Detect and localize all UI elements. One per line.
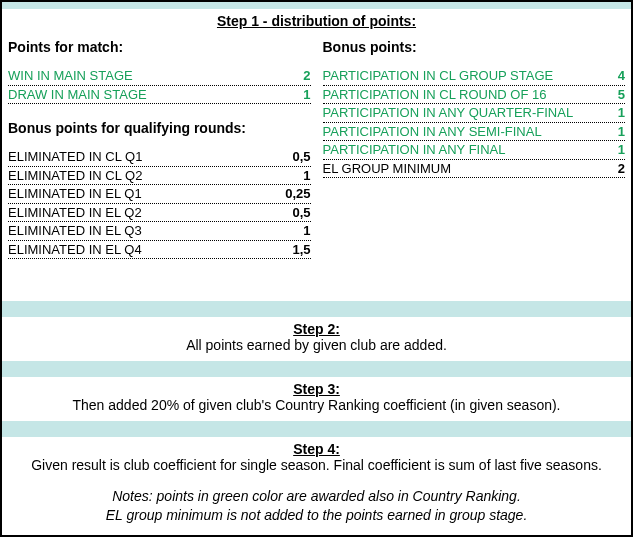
- match-row-value: 2: [277, 67, 311, 85]
- left-column: Points for match: WIN IN MAIN STAGE 2 DR…: [2, 37, 317, 259]
- bonus-row-label: EL GROUP MINIMUM: [323, 160, 592, 178]
- qual-row-label: ELIMINATED IN EL Q3: [8, 222, 277, 240]
- bonus-row-value: 2: [591, 160, 625, 178]
- bonus-row: PARTICIPATION IN ANY SEMI-FINAL 1: [323, 123, 626, 142]
- separator: [2, 361, 631, 377]
- bonus-points-head: Bonus points:: [323, 37, 626, 61]
- bonus-row-value: 4: [591, 67, 625, 85]
- qual-row-label: ELIMINATED IN EL Q2: [8, 204, 277, 222]
- bonus-row: PARTICIPATION IN ANY FINAL 1: [323, 141, 626, 160]
- top-band: [2, 2, 631, 9]
- qual-row: ELIMINATED IN EL Q1 0,25: [8, 185, 311, 204]
- qual-row: ELIMINATED IN EL Q4 1,5: [8, 241, 311, 260]
- note-line-1: Notes: points in green color are awarded…: [8, 487, 625, 506]
- right-column: Bonus points: PARTICIPATION IN CL GROUP …: [317, 37, 632, 259]
- bonus-row-label: PARTICIPATION IN ANY QUARTER-FINAL: [323, 104, 592, 122]
- bonus-row-value: 1: [591, 123, 625, 141]
- bonus-row-label: PARTICIPATION IN ANY SEMI-FINAL: [323, 123, 592, 141]
- match-row: DRAW IN MAIN STAGE 1: [8, 86, 311, 105]
- qual-row: ELIMINATED IN EL Q3 1: [8, 222, 311, 241]
- step2-text: All points earned by given club are adde…: [8, 337, 625, 353]
- qual-row-value: 0,25: [277, 185, 311, 203]
- qual-row-label: ELIMINATED IN CL Q2: [8, 167, 277, 185]
- bonus-row-label: PARTICIPATION IN ANY FINAL: [323, 141, 592, 159]
- step2-block: Step 2: All points earned by given club …: [2, 317, 631, 361]
- qual-row-value: 0,5: [277, 148, 311, 166]
- qual-row: ELIMINATED IN EL Q2 0,5: [8, 204, 311, 223]
- step4-text: Given result is club coefficient for sin…: [8, 457, 625, 473]
- bonus-row-value: 1: [591, 141, 625, 159]
- qual-row: ELIMINATED IN CL Q1 0,5: [8, 148, 311, 167]
- step1-content: Points for match: WIN IN MAIN STAGE 2 DR…: [2, 37, 631, 259]
- bonus-row: EL GROUP MINIMUM 2: [323, 160, 626, 179]
- qual-row: ELIMINATED IN CL Q2 1: [8, 167, 311, 186]
- separator: [2, 301, 631, 317]
- step3-head: Step 3:: [8, 381, 625, 397]
- match-row-value: 1: [277, 86, 311, 104]
- bonus-row-value: 1: [591, 104, 625, 122]
- qual-row-value: 0,5: [277, 204, 311, 222]
- bonus-row: PARTICIPATION IN ANY QUARTER-FINAL 1: [323, 104, 626, 123]
- notes: Notes: points in green color are awarded…: [2, 481, 631, 535]
- points-for-match-head: Points for match:: [8, 37, 311, 61]
- qual-row-value: 1: [277, 222, 311, 240]
- step3-block: Step 3: Then added 20% of given club's C…: [2, 377, 631, 421]
- qual-row-value: 1: [277, 167, 311, 185]
- match-row-label: WIN IN MAIN STAGE: [8, 67, 277, 85]
- step4-head: Step 4:: [8, 441, 625, 457]
- qual-row-label: ELIMINATED IN CL Q1: [8, 148, 277, 166]
- bonus-row: PARTICIPATION IN CL GROUP STAGE 4: [323, 67, 626, 86]
- bonus-row: PARTICIPATION IN CL ROUND OF 16 5: [323, 86, 626, 105]
- separator: [2, 421, 631, 437]
- qual-row-label: ELIMINATED IN EL Q4: [8, 241, 277, 259]
- step2-head: Step 2:: [8, 321, 625, 337]
- qualifying-head: Bonus points for qualifying rounds:: [8, 118, 311, 142]
- match-row: WIN IN MAIN STAGE 2: [8, 67, 311, 86]
- bonus-row-label: PARTICIPATION IN CL ROUND OF 16: [323, 86, 592, 104]
- match-row-label: DRAW IN MAIN STAGE: [8, 86, 277, 104]
- note-line-2: EL group minimum is not added to the poi…: [8, 506, 625, 525]
- qual-row-value: 1,5: [277, 241, 311, 259]
- bonus-row-value: 5: [591, 86, 625, 104]
- qual-row-label: ELIMINATED IN EL Q1: [8, 185, 277, 203]
- step3-text: Then added 20% of given club's Country R…: [8, 397, 625, 413]
- bonus-row-label: PARTICIPATION IN CL GROUP STAGE: [323, 67, 592, 85]
- step1-title: Step 1 - distribution of points:: [2, 9, 631, 37]
- step4-block: Step 4: Given result is club coefficient…: [2, 437, 631, 481]
